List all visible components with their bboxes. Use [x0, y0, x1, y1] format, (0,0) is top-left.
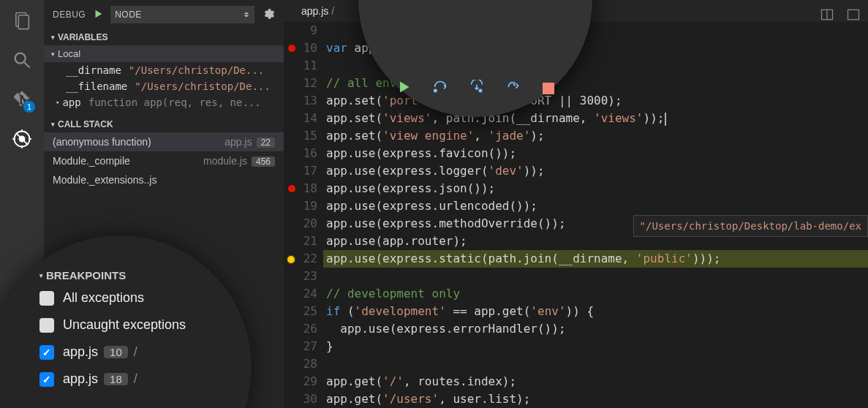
stop-button[interactable] [543, 83, 554, 94]
stack-frame[interactable]: Module._extensions..js [44, 170, 284, 189]
gutter[interactable]: 9101112131415161718192021222324252627282… [284, 22, 323, 408]
step-into-button[interactable] [469, 80, 484, 97]
chevron-down-icon: ▾ [39, 272, 43, 279]
checkbox[interactable] [39, 372, 54, 387]
variables-label: VARIABLES [58, 32, 107, 42]
svg-line-3 [25, 63, 30, 68]
breakpoint-line: 10 [104, 346, 128, 358]
tab-appjs[interactable]: app.js [301, 5, 328, 17]
step-out-button[interactable] [506, 80, 521, 97]
chevron-down-icon: ▾ [51, 121, 55, 128]
debug-header: DEBUG Node [44, 0, 284, 29]
explorer-icon[interactable] [10, 9, 34, 32]
more-icon[interactable] [846, 7, 861, 24]
breakpoint-row[interactable]: app.js10/ [39, 339, 252, 366]
code-editor[interactable]: 9101112131415161718192021222324252627282… [284, 22, 868, 408]
debug-title: DEBUG [53, 10, 86, 20]
breakpoint-label: All exceptions [63, 290, 144, 306]
breakpoint-row[interactable]: Uncaught exceptions [39, 311, 252, 339]
debug-config-select[interactable]: Node [110, 6, 254, 23]
breakpoint-path: / [134, 344, 137, 360]
chevron-down-icon: ▾ [56, 99, 59, 106]
svg-point-11 [434, 89, 437, 91]
debug-icon[interactable] [10, 127, 34, 151]
checkbox[interactable] [39, 318, 54, 333]
debug-config-value: Node [115, 10, 142, 20]
checkbox[interactable] [39, 345, 54, 360]
breakpoint-label: app.js [63, 371, 98, 387]
start-debug-icon[interactable] [93, 9, 103, 21]
callstack-section[interactable]: ▾ CALL STACK [44, 116, 284, 132]
svg-rect-15 [848, 10, 859, 19]
continue-button[interactable] [396, 80, 411, 97]
variables-section[interactable]: ▾ VARIABLES [44, 29, 284, 45]
breakpoints-label: BREAKPOINTS [46, 269, 126, 282]
svg-point-12 [479, 89, 481, 91]
breakpoint-label: Uncaught exceptions [63, 317, 186, 333]
variable-filename[interactable]: __filename "/Users/christop/De... [44, 78, 284, 94]
tab-separator: / [331, 5, 334, 17]
editor-area: app.js / 9101112131415161718192021222324… [284, 0, 868, 408]
scope-local-label: Local [58, 48, 80, 59]
breakpoint-row[interactable]: app.js18/ [39, 366, 252, 393]
git-badge: 1 [23, 101, 35, 113]
svg-rect-1 [18, 15, 29, 29]
step-over-button[interactable] [433, 80, 448, 97]
callstack-label: CALL STACK [58, 119, 113, 129]
gear-icon[interactable] [262, 7, 275, 23]
breakpoint-row[interactable]: All exceptions [39, 284, 252, 311]
checkbox[interactable] [39, 291, 54, 306]
variable-app[interactable]: ▾ app function app(req, res, ne... [44, 94, 284, 110]
editor-top-right-icons [820, 7, 861, 24]
svg-point-2 [15, 53, 26, 64]
git-icon[interactable]: 1 [10, 88, 34, 111]
breakpoint-line: 18 [104, 373, 128, 385]
search-icon[interactable] [10, 48, 34, 72]
hover-hint: "/Users/christop/Desktop/lab-demo/ex [633, 215, 868, 237]
chevron-down-icon: ▾ [51, 50, 55, 58]
chevron-down-icon: ▾ [51, 34, 55, 41]
breakpoint-label: app.js [63, 344, 98, 360]
svg-point-6 [20, 137, 25, 142]
stack-frame[interactable]: (anonymous function) app.js22 [44, 132, 284, 151]
variable-dirname[interactable]: __dirname "/Users/christop/De... [44, 62, 284, 78]
split-editor-icon[interactable] [820, 7, 834, 24]
stack-frame[interactable]: Module._compile module.js456 [44, 151, 284, 170]
breakpoint-path: / [134, 371, 137, 387]
scope-local[interactable]: ▾ Local [44, 45, 284, 62]
